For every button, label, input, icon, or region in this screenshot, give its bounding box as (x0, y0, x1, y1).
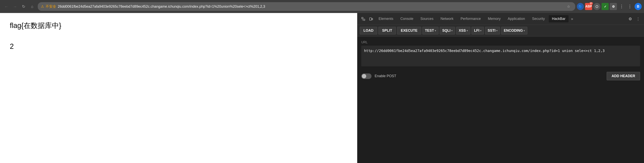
test-dropdown-arrow: ▾ (435, 29, 436, 32)
chrome-settings-button[interactable]: ⋮ (626, 3, 634, 10)
tab-network[interactable]: Network (437, 15, 456, 23)
tab-elements[interactable]: Elements (376, 15, 396, 23)
lfi-dropdown-arrow: ▾ (480, 29, 481, 32)
bookmark-icon[interactable]: ☆ (565, 3, 572, 10)
home-button[interactable]: ⌂ (28, 3, 36, 11)
devtools-more-button[interactable]: ⋮ (634, 15, 642, 23)
sqli-label: SQLI (442, 29, 450, 33)
flag-text: flag{在数据库中} (10, 21, 347, 31)
xss-label: XSS (459, 29, 466, 33)
tab-performance[interactable]: Performance (457, 15, 484, 23)
encoding-label: ENCODING (504, 29, 523, 33)
load-button[interactable]: LOAD (360, 27, 377, 35)
tab-sources[interactable]: Sources (417, 15, 436, 23)
abp-badge: 37 (589, 2, 593, 5)
lfi-button[interactable]: LFI ▾ (472, 27, 484, 35)
devtools-topbar: Elements Console Sources Network Perform… (357, 13, 644, 25)
svg-rect-1 (364, 19, 365, 21)
address-bar[interactable]: ⚠ 不安全 26dd0061fbe24d5ea27afa9403e9265c78… (38, 2, 575, 11)
enable-post-toggle[interactable] (361, 73, 372, 79)
abp-label: ABP (585, 5, 592, 8)
xss-button[interactable]: XSS ▾ (456, 27, 470, 35)
browser-actions: 🔵 ABP 37 ⬡ ✓ ⚙ ⋮ ⋮ B (577, 3, 642, 10)
tab-security[interactable]: Security (529, 15, 548, 23)
svg-rect-4 (372, 18, 373, 20)
lfi-label: LFI (474, 29, 479, 33)
devtools-panel: Elements Console Sources Network Perform… (357, 13, 644, 163)
ssti-button[interactable]: SSTI ▾ (485, 27, 500, 35)
url-label: URL (361, 41, 640, 44)
device-emulation-button[interactable] (368, 15, 375, 23)
tab-application[interactable]: Application (504, 15, 528, 23)
ssti-label: SSTI (488, 29, 496, 33)
enable-post-row: Enable POST ADD HEADER (361, 72, 640, 80)
browser-chrome: ← → ↻ ⌂ ⚠ 不安全 26dd0061fbe24d5ea27afa9403… (0, 0, 644, 13)
enable-post-label: Enable POST (375, 74, 396, 78)
encoding-button[interactable]: ENCODING ▾ (501, 27, 527, 35)
svg-rect-3 (370, 18, 372, 20)
forward-button[interactable]: → (11, 3, 19, 11)
ext-icon-circle[interactable]: 🔵 (577, 3, 584, 10)
page-content: flag{在数据库中} 2 (0, 13, 357, 163)
tab-hackbar[interactable]: HackBar (549, 15, 568, 23)
devtools-settings-button[interactable]: ⚙ (627, 15, 634, 23)
tab-memory[interactable]: Memory (485, 15, 504, 23)
inspect-element-button[interactable] (360, 15, 367, 23)
execute-button[interactable]: EXECUTE (397, 27, 421, 35)
security-label: 不安全 (46, 4, 56, 9)
more-tabs-button[interactable]: » (569, 16, 575, 22)
abp-extension-icon[interactable]: ABP 37 (585, 3, 592, 10)
profile-button[interactable]: B (634, 3, 642, 10)
xss-dropdown-arrow: ▾ (466, 29, 468, 32)
security-icon: ⚠ (41, 4, 44, 9)
extensions-button[interactable]: ⋮ (618, 3, 625, 10)
toggle-knob (362, 74, 366, 78)
ext-icon-check[interactable]: ✓ (602, 3, 609, 10)
ssti-dropdown-arrow: ▾ (496, 29, 498, 32)
split-button[interactable]: SPLIT (378, 27, 396, 35)
sqli-button[interactable]: SQLI ▾ (440, 27, 455, 35)
sqli-dropdown-arrow: ▾ (451, 29, 452, 32)
test-label: TEST (425, 29, 434, 33)
add-header-button[interactable]: ADD HEADER (607, 72, 640, 80)
address-url-text: 26dd0061fbe24d5ea27afa9403e9265c78eebd7d… (58, 5, 564, 9)
back-button[interactable]: ← (2, 3, 10, 11)
hackbar-content: URL Enable POST ADD HEADER (357, 37, 644, 163)
reload-button[interactable]: ↻ (20, 3, 28, 11)
nav-buttons: ← → ↻ ⌂ (2, 3, 36, 11)
ext-icon-settings[interactable]: ⚙ (610, 3, 617, 10)
ext-icon-2[interactable]: ⬡ (593, 3, 600, 10)
number-text: 2 (10, 42, 347, 51)
encoding-dropdown-arrow: ▾ (524, 29, 525, 32)
svg-rect-0 (362, 17, 363, 19)
main-area: flag{在数据库中} 2 Elements Console Source (0, 13, 644, 163)
tab-console[interactable]: Console (397, 15, 416, 23)
url-input[interactable] (361, 46, 640, 66)
hackbar-toolbar: LOAD SPLIT EXECUTE TEST ▾ SQLI ▾ XSS ▾ L… (357, 25, 644, 37)
test-button[interactable]: TEST ▾ (422, 27, 438, 35)
